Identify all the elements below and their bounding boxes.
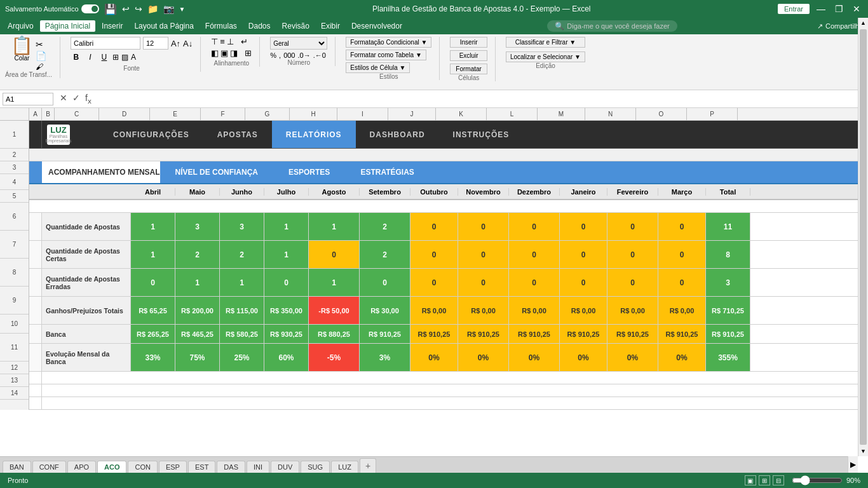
menu-desenvolvedor[interactable]: Desenvolvedor [346,20,407,32]
r7-dezembro[interactable]: 0 [509,241,560,268]
bold-button[interactable]: B [71,51,82,63]
redo-icon[interactable]: ↪ [135,4,142,14]
r11-outubro[interactable]: 0% [410,344,458,371]
sheet-tab-con[interactable]: CON [128,461,157,473]
menu-inserir[interactable]: Inserir [97,20,128,32]
menu-pagina-inicial[interactable]: Página Inicial [40,20,95,32]
align-top-button[interactable]: ⊤ [211,37,218,46]
r7-julho[interactable]: 1 [264,241,309,268]
font-family-input[interactable] [71,37,140,50]
r11-setembro[interactable]: 3% [360,344,410,371]
r11-total[interactable]: 355% [706,344,750,371]
scroll-thumb[interactable] [860,29,867,445]
r8-janeiro[interactable]: 0 [560,269,607,296]
undo-icon[interactable]: ↩ [122,4,130,14]
r8-outubro[interactable]: 0 [410,269,458,296]
nav-configuracoes[interactable]: CONFIGURAÇÕES [99,121,203,148]
r11-maio[interactable]: 75% [175,344,220,371]
r9-abril[interactable]: R$ 65,25 [131,297,175,324]
r7-total[interactable]: 8 [706,241,750,268]
sheet-tab-conf[interactable]: CONF [32,461,66,473]
sheet-tab-ban[interactable]: BAN [3,461,31,473]
r6-dezembro[interactable]: 0 [509,213,560,240]
formula-input[interactable] [98,93,865,105]
r9-fevereiro[interactable]: R$ 0,00 [607,297,658,324]
row-num-9[interactable]: 9 [0,287,29,315]
col-header-L[interactable]: L [487,108,538,120]
r11-fevereiro[interactable]: 0% [607,344,658,371]
r7-marco[interactable]: 0 [658,241,706,268]
page-break-button[interactable]: ⊟ [773,475,784,485]
format-cells-button[interactable]: Formatar [450,64,487,74]
r7-outubro[interactable]: 0 [410,241,458,268]
thousands2-button[interactable]: 000 [283,51,295,59]
row-num-11[interactable]: 11 [0,334,29,362]
r11-janeiro[interactable]: 0% [560,344,607,371]
r11-agosto[interactable]: -5% [309,344,360,371]
sheet-tab-apo[interactable]: APO [67,461,96,473]
autosave-switch[interactable] [81,4,99,13]
increase-font-button[interactable]: A↑ [171,39,180,48]
conditional-formatting-button[interactable]: Formatação Condicional ▼ [346,37,431,48]
r8-dezembro[interactable]: 0 [509,269,560,296]
menu-arquivo[interactable]: Arquivo [3,20,39,32]
italic-button[interactable]: I [85,51,96,63]
r6-julho[interactable]: 1 [264,213,309,240]
autosave-toggle[interactable]: Salvamento Automático [5,4,99,13]
r6-outubro[interactable]: 0 [410,213,458,240]
r7-maio[interactable]: 2 [175,241,220,268]
r10-julho[interactable]: R$ 930,25 [264,325,309,343]
r10-marco[interactable]: R$ 910,25 [658,325,706,343]
row-num-6[interactable]: 6 [0,203,29,231]
r8-fevereiro[interactable]: 0 [607,269,658,296]
font-size-input[interactable] [143,37,168,50]
r8-junho[interactable]: 1 [220,269,264,296]
sheet-tab-das[interactable]: DAS [217,461,245,473]
wrap-text-button[interactable]: ↵ [241,37,248,46]
cell-styles-button[interactable]: Estilos de Célula ▼ [346,62,410,73]
r11-junho[interactable]: 25% [220,344,264,371]
decrease-decimal-button[interactable]: .←0 [313,51,326,59]
r6-abril[interactable]: 1 [131,213,175,240]
r10-total[interactable]: R$ 910,25 [706,325,750,343]
nav-instrucoes[interactable]: INSTRUÇÕES [439,121,524,148]
r10-novembro[interactable]: R$ 910,25 [458,325,509,343]
r10-abril[interactable]: R$ 265,25 [131,325,175,343]
col-header-N[interactable]: N [585,108,636,120]
r9-novembro[interactable]: R$ 0,00 [458,297,509,324]
find-select-button[interactable]: Localizar e Selecionar ▼ [506,51,585,62]
paste-button[interactable]: 📋 Colar [11,37,33,62]
col-header-C[interactable]: C [55,108,99,120]
menu-exibir[interactable]: Exibir [316,20,345,32]
page-layout-button[interactable]: ⊞ [759,475,770,485]
r6-agosto[interactable]: 1 [309,213,360,240]
r7-abril[interactable]: 1 [131,241,175,268]
menu-revisao[interactable]: Revisão [277,20,315,32]
col-header-J[interactable]: J [388,108,436,120]
r7-janeiro[interactable]: 0 [560,241,607,268]
r11-novembro[interactable]: 0% [458,344,509,371]
sheet-tab-esp[interactable]: ESP [159,461,187,473]
zoom-slider[interactable] [792,477,843,484]
col-header-A[interactable]: A [29,108,42,120]
r11-julho[interactable]: 60% [264,344,309,371]
r8-julho[interactable]: 0 [264,269,309,296]
sheet-tab-ini[interactable]: INI [247,461,269,473]
r10-agosto[interactable]: R$ 880,25 [309,325,360,343]
sub-tab-estrategias[interactable]: ESTRATÉGIAS [345,161,429,183]
thousands-button[interactable]: , [279,51,281,59]
r10-maio[interactable]: R$ 465,25 [175,325,220,343]
r9-janeiro[interactable]: R$ 0,00 [560,297,607,324]
row-num-8[interactable]: 8 [0,259,29,287]
format-as-table-button[interactable]: Formatar como Tabela ▼ [346,50,426,60]
col-header-B[interactable]: B [42,108,55,120]
r8-maio[interactable]: 1 [175,269,220,296]
r7-agosto[interactable]: 0 [309,241,360,268]
r9-total[interactable]: R$ 710,25 [706,297,750,324]
save-icon[interactable]: 💾 [104,3,117,15]
format-painter-button[interactable]: 🖌 [36,62,46,71]
camera-icon[interactable]: 📷 [163,4,174,14]
r10-fevereiro[interactable]: R$ 910,25 [607,325,658,343]
normal-view-button[interactable]: ▣ [745,475,756,485]
decrease-font-button[interactable]: A↓ [183,39,193,48]
